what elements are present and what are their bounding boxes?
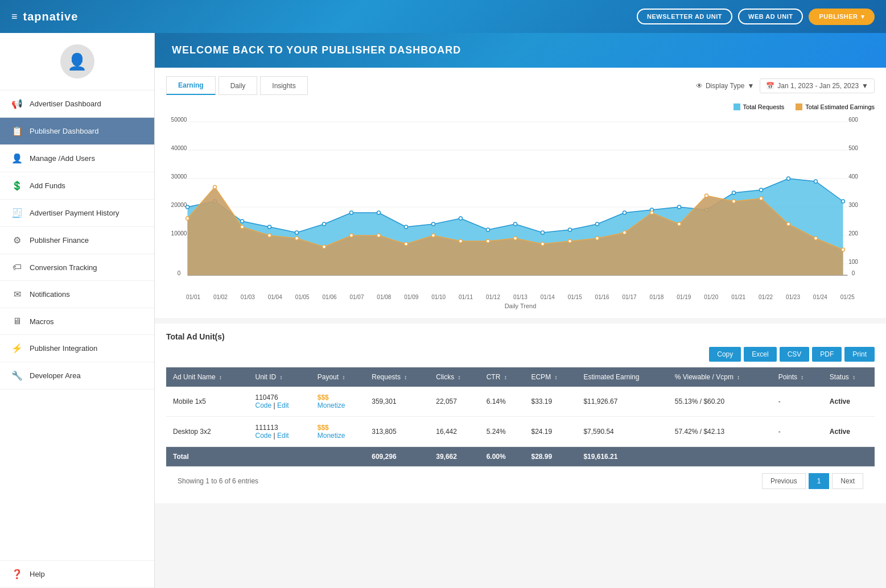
sidebar-item-label: Help: [30, 570, 45, 578]
sidebar-item-publisher-integration[interactable]: ⚡ Publisher Integration: [0, 335, 154, 362]
monetize-link[interactable]: Monetize: [318, 401, 345, 409]
tab-insights[interactable]: Insights: [260, 76, 307, 95]
display-type-selector[interactable]: 👁 Display Type ▼: [696, 82, 754, 90]
next-button[interactable]: Next: [832, 473, 863, 489]
web-ad-unit-button[interactable]: WEB AD UNIT: [738, 9, 803, 24]
chevron-down-icon2: ▼: [862, 82, 868, 90]
tab-daily[interactable]: Daily: [219, 76, 258, 95]
excel-button[interactable]: Excel: [744, 347, 776, 362]
tab-earning[interactable]: Earning: [166, 76, 216, 95]
newsletter-ad-unit-button[interactable]: NEWSLETTER AD UNIT: [637, 9, 732, 24]
row-clicks: 22,057: [429, 387, 479, 417]
svg-point-41: [732, 191, 736, 194]
col-unit-id[interactable]: Unit ID ↕: [249, 367, 311, 387]
sidebar-item-developer-area[interactable]: 🔧 Developer Area: [0, 362, 154, 390]
svg-point-66: [705, 194, 708, 197]
svg-point-50: [268, 234, 271, 237]
print-button[interactable]: Print: [844, 347, 875, 362]
col-ad-unit-name[interactable]: Ad Unit Name ↕: [166, 367, 249, 387]
svg-point-29: [405, 225, 408, 229]
sidebar-item-publisher-dashboard[interactable]: 📋 Publisher Dashboard: [0, 118, 154, 145]
row-ecpm: $33.19: [524, 387, 576, 417]
total-clicks: 39,662: [429, 447, 479, 467]
sidebar-item-advertiser-dashboard[interactable]: 📢 Advertiser Dashboard: [0, 90, 154, 118]
edit-link[interactable]: Edit: [277, 432, 289, 440]
monetize-link[interactable]: Monetize: [318, 432, 345, 440]
chart-legend: Total Requests Total Estimated Earnings: [166, 103, 875, 110]
sidebar-item-manage-users[interactable]: 👤 Manage /Add Users: [0, 145, 154, 172]
x-axis-labels: 01/0101/0201/0301/0401/05 01/0601/0701/0…: [166, 294, 875, 300]
col-requests[interactable]: Requests ↕: [365, 367, 429, 387]
legend-requests-dot: [733, 103, 740, 110]
col-ctr[interactable]: CTR ↕: [480, 367, 525, 387]
svg-point-56: [432, 234, 435, 237]
svg-point-57: [459, 239, 463, 243]
row-payout: $$$ Monetize: [311, 417, 365, 447]
advertiser-dashboard-icon: 📢: [11, 98, 23, 109]
edit-link[interactable]: Edit: [277, 401, 289, 409]
sidebar-item-notifications[interactable]: ✉ Notifications: [0, 281, 154, 308]
total-earning: $19,616.21: [576, 447, 667, 467]
col-payout[interactable]: Payout ↕: [311, 367, 365, 387]
row-ctr: 6.14%: [480, 387, 525, 417]
col-ecpm[interactable]: ECPM ↕: [524, 367, 576, 387]
col-points[interactable]: Points ↕: [772, 367, 823, 387]
col-status[interactable]: Status ↕: [823, 367, 875, 387]
csv-button[interactable]: CSV: [780, 347, 810, 362]
sidebar-item-macros[interactable]: 🖥 Macros: [0, 308, 154, 335]
svg-point-31: [459, 217, 463, 220]
svg-point-53: [350, 234, 353, 237]
chart-tabs-left: Earning Daily Insights: [166, 76, 308, 95]
sidebar-item-add-funds[interactable]: 💲 Add Funds: [0, 172, 154, 200]
copy-button[interactable]: Copy: [709, 347, 741, 362]
sidebar: 👤 📢 Advertiser Dashboard 📋 Publisher Das…: [0, 33, 155, 588]
sidebar-item-label: Conversion Tracking: [30, 263, 97, 272]
svg-text:10000: 10000: [171, 230, 187, 237]
svg-point-23: [241, 220, 244, 223]
code-link[interactable]: Code: [256, 401, 272, 409]
publisher-dashboard-icon: 📋: [11, 126, 23, 136]
svg-point-54: [377, 234, 381, 237]
col-viewable[interactable]: % Viewable / Vcpm ↕: [668, 367, 772, 387]
chevron-down-icon: ▼: [747, 82, 754, 90]
prev-button[interactable]: Previous: [762, 473, 806, 489]
pdf-button[interactable]: PDF: [812, 347, 842, 362]
svg-point-26: [323, 222, 326, 226]
header: ≡ tapnative NEWSLETTER AD UNIT WEB AD UN…: [0, 0, 886, 33]
row-status: Active: [823, 417, 875, 447]
svg-point-30: [432, 222, 435, 226]
col-earning[interactable]: Estimated Earning: [576, 367, 667, 387]
svg-point-65: [678, 222, 681, 226]
sidebar-item-label: Publisher Finance: [30, 236, 89, 245]
sidebar-item-publisher-finance[interactable]: ⚙ Publisher Finance: [0, 227, 154, 254]
row-ecpm: $24.19: [524, 417, 576, 447]
menu-icon[interactable]: ≡: [11, 11, 18, 23]
advertiser-payment-icon: 🧾: [11, 208, 23, 218]
legend-requests: Total Requests: [733, 103, 785, 110]
total-ctr: 6.00%: [480, 447, 525, 467]
svg-point-36: [596, 222, 599, 226]
sidebar-item-help[interactable]: ❓ Help: [0, 561, 154, 588]
svg-point-59: [514, 237, 517, 240]
date-range-selector[interactable]: 📅 Jan 1, 2023 - Jan 25, 2023 ▼: [760, 78, 875, 93]
row-ctr: 5.24%: [480, 417, 525, 447]
avatar: 👤: [60, 44, 94, 78]
publisher-button[interactable]: PUBLISHER ▾: [809, 9, 875, 25]
col-clicks[interactable]: Clicks ↕: [429, 367, 479, 387]
add-funds-icon: 💲: [11, 180, 23, 191]
table-title: Total Ad Unit(s): [166, 332, 875, 341]
page-1-button[interactable]: 1: [809, 473, 830, 489]
svg-text:20000: 20000: [171, 202, 187, 208]
sidebar-item-advertiser-payment[interactable]: 🧾 Advertiser Payment History: [0, 200, 154, 227]
row-status: Active: [823, 387, 875, 417]
sidebar-item-conversion-tracking[interactable]: 🏷 Conversion Tracking: [0, 254, 154, 281]
svg-point-32: [487, 228, 490, 231]
svg-text:400: 400: [848, 173, 858, 180]
code-link[interactable]: Code: [256, 432, 272, 440]
sidebar-item-label: Advertiser Dashboard: [30, 100, 101, 108]
sidebar-item-label: Notifications: [30, 290, 70, 299]
svg-point-43: [787, 177, 790, 180]
svg-point-68: [760, 197, 763, 200]
sidebar-item-label: Publisher Integration: [30, 344, 97, 353]
row-unit-id: 111113 Code | Edit: [249, 417, 311, 447]
